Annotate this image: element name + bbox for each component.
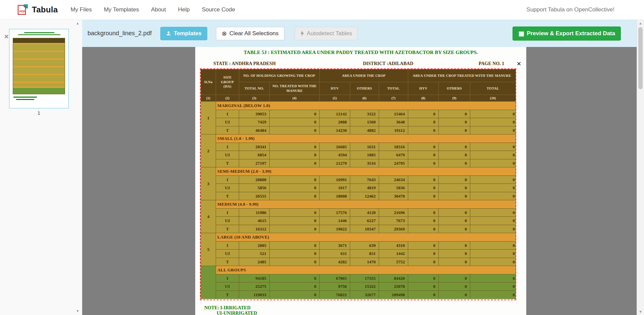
slno-cell: 5 <box>201 233 216 266</box>
value-cell: 0 <box>408 118 439 126</box>
value-cell: 0 <box>439 274 470 282</box>
scrollbar-down-icon[interactable]: ▼ <box>637 310 644 314</box>
col-number: (7) <box>379 95 408 102</box>
value-cell: 46484 <box>239 126 270 135</box>
preview-export-button[interactable]: ▦ Preview & Export Extracted Data <box>513 27 621 41</box>
header-area-group: AREA UNDER THE CROP <box>320 69 408 82</box>
page-thumbnail[interactable] <box>9 29 69 108</box>
document-meta: STATE : ANDHRA PRADESH DISTRICT :ADILABA… <box>195 61 526 68</box>
page-no-label: PAGE NO. 1 <box>479 61 504 66</box>
clear-selections-button[interactable]: ⊗ Clear All Selections <box>216 27 284 40</box>
nav-item-help[interactable]: Help <box>178 6 190 13</box>
value-cell: 6227 <box>350 217 379 225</box>
size-group-section-label: ALL GROUPS <box>216 266 516 274</box>
navbar: PDF Tabula My Files My Templates About H… <box>0 0 644 20</box>
size-group-section-label: SEMI-MEDIUM (2.0 - 3.99) <box>216 167 516 176</box>
value-cell: 0 <box>270 126 320 135</box>
support-link[interactable]: Support Tabula on OpenCollective! <box>527 6 614 13</box>
size-group-section-label: LARGE (10 AND ABOVE) <box>216 233 516 242</box>
value-cell: 4594 <box>320 151 350 159</box>
value-cell: 32677 <box>350 291 379 299</box>
value-cell: 12462 <box>350 192 379 200</box>
value-cell: 1885 <box>350 151 379 159</box>
col-number: (6) <box>350 95 379 102</box>
value-cell: 25078 <box>379 282 408 291</box>
slno-cell <box>201 266 216 299</box>
value-cell: 7429 <box>239 118 270 126</box>
value-cell: 84420 <box>379 274 408 282</box>
value-cell: 0 <box>408 217 439 225</box>
value-cell: 521 <box>239 250 270 258</box>
templates-button[interactable]: Templates <box>160 27 207 40</box>
value-cell: 18316 <box>379 143 408 151</box>
thumbnail-note-line <box>13 97 37 98</box>
brand-link[interactable]: PDF Tabula <box>16 4 58 16</box>
table-data-row: I20800016991764324634000 <box>201 175 516 184</box>
value-cell: 0 <box>408 192 439 200</box>
value-cell: 0 <box>470 192 516 200</box>
value-cell: 1560 <box>350 118 379 126</box>
value-cell: 9756 <box>320 282 350 291</box>
table-section-row: 5LARGE (10 AND ABOVE) <box>201 233 516 242</box>
thumbnail-title-line <box>18 34 60 35</box>
col-number: (4) <box>270 95 320 102</box>
scrollbar-thumb[interactable] <box>638 27 643 89</box>
subheader: TOTAL <box>470 82 516 95</box>
value-cell: 0 <box>270 274 320 282</box>
value-cell: 2005 <box>239 241 270 250</box>
value-cell: 2485 <box>239 258 270 266</box>
nav-item-source-code[interactable]: Source Code <box>202 6 235 13</box>
value-cell: 0 <box>270 217 320 225</box>
table-section-row: 3SEMI-MEDIUM (2.0 - 3.99) <box>201 167 516 176</box>
value-cell: 0 <box>270 208 320 217</box>
value-cell: 0 <box>439 225 470 233</box>
remove-selection-button[interactable]: ✕ <box>517 60 521 67</box>
table-data-row: T46484014230488219112000 <box>201 126 516 135</box>
clear-selections-label: Clear All Selections <box>229 30 278 37</box>
value-cell: 0 <box>439 118 470 126</box>
table-section-row: 4MEDIUM (4.0 - 9.99) <box>201 200 516 209</box>
value-cell: 2088 <box>320 118 350 126</box>
autodetect-tables-label: Autodetect Tables <box>307 30 352 37</box>
nav-item-my-templates[interactable]: My Templates <box>104 6 139 13</box>
nav-item-my-files[interactable]: My Files <box>70 6 92 13</box>
value-cell: 0 <box>408 143 439 151</box>
table-data-row: I941850670651735584420000 <box>201 274 516 282</box>
value-cell: 0 <box>470 110 516 118</box>
value-cell: 39053 <box>239 110 270 118</box>
value-cell: 25275 <box>239 282 270 291</box>
value-cell: 27197 <box>239 159 270 167</box>
value-cell: 0 <box>270 225 320 233</box>
vertical-scrollbar[interactable]: ▲ ▼ <box>637 20 644 315</box>
value-cell: 6479 <box>379 151 408 159</box>
value-cell: 7643 <box>350 175 379 184</box>
scrollbar-up-icon[interactable]: ▲ <box>637 21 644 25</box>
header-holdings-group: NO. OF HOLDINGS GROWING THE CROP <box>239 69 320 82</box>
value-cell: 0 <box>408 126 439 135</box>
value-cell: 0 <box>408 241 439 250</box>
value-cell: 0 <box>408 282 439 291</box>
value-cell: 29369 <box>379 225 408 233</box>
row-label-cell: UI <box>216 151 239 159</box>
templates-label: Templates <box>174 30 202 37</box>
value-cell: 20800 <box>239 175 270 184</box>
nav-item-about[interactable]: About <box>151 6 166 13</box>
value-cell: 639 <box>350 241 379 250</box>
autodetect-tables-button[interactable]: Autodetect Tables <box>294 27 358 40</box>
value-cell: 0 <box>439 184 470 192</box>
value-cell: 0 <box>470 159 516 167</box>
size-group-section-label: MEDIUM (4.0 - 9.99) <box>216 200 516 209</box>
slno-cell: 4 <box>201 200 216 233</box>
size-group-section-label: MARGINAL (BELOW 1.0) <box>216 102 516 110</box>
value-cell: 0 <box>470 126 516 135</box>
value-cell: 18008 <box>320 192 350 200</box>
value-cell: 4282 <box>320 258 350 266</box>
sidebar-scroll-up-icon[interactable]: ▲ <box>76 21 79 25</box>
document-note-1: NOTE: I-IRRIGATED <box>204 305 251 311</box>
table-data-row: T265550180081246230470000 <box>201 192 516 200</box>
value-cell: 0 <box>408 274 439 282</box>
value-cell: 6854 <box>239 151 270 159</box>
sidebar-scroll-down-icon[interactable]: ▼ <box>76 309 79 313</box>
value-cell: 611 <box>320 250 350 258</box>
remove-file-icon[interactable]: ✕ <box>4 33 9 40</box>
